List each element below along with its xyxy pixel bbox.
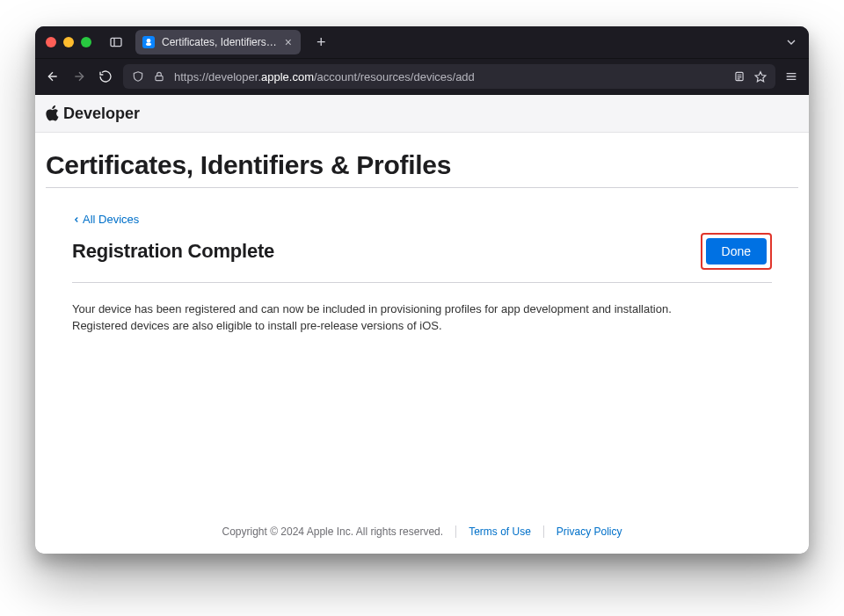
page-viewport: Developer Certificates, Identifiers & Pr… (35, 95, 809, 554)
divider (72, 282, 772, 283)
developer-label: Developer (63, 105, 140, 123)
window-minimize-button[interactable] (63, 37, 74, 47)
svg-rect-0 (111, 38, 121, 46)
tabs-dropdown-icon[interactable] (784, 35, 798, 49)
lock-icon[interactable] (153, 70, 165, 83)
footer-divider (455, 525, 456, 538)
nav-forward-icon (72, 69, 86, 83)
sidebar-toggle-icon[interactable] (109, 35, 123, 49)
svg-rect-3 (146, 43, 151, 47)
apple-logo-icon (46, 105, 60, 121)
nav-back-icon[interactable] (46, 69, 60, 83)
svg-marker-11 (755, 72, 766, 82)
nav-reload-icon[interactable] (98, 69, 113, 83)
app-menu-icon[interactable] (784, 69, 798, 83)
page-subtitle: Registration Complete (72, 240, 274, 263)
bookmark-star-icon[interactable] (754, 70, 767, 83)
shield-icon[interactable] (132, 70, 144, 83)
browser-tab-active[interactable]: Certificates, Identifiers & Profiles × (135, 30, 301, 54)
url-bar[interactable]: https://developer.apple.com/account/reso… (123, 64, 775, 89)
url-prefix: https://developer. (174, 70, 261, 83)
svg-point-2 (147, 39, 151, 43)
page-content: Certificates, Identifiers & Profiles All… (35, 133, 809, 554)
section-title: Certificates, Identifiers & Profiles (46, 150, 798, 180)
done-button-highlight: Done (701, 233, 772, 270)
window-zoom-button[interactable] (81, 37, 91, 47)
back-link-all-devices[interactable]: All Devices (72, 213, 139, 226)
browser-window: Certificates, Identifiers & Profiles × + (35, 26, 809, 554)
page-footer: Copyright © 2024 Apple Inc. All rights r… (46, 515, 798, 554)
window-close-button[interactable] (46, 37, 56, 47)
chevron-left-icon (72, 215, 81, 224)
footer-divider (543, 525, 544, 538)
footer-terms-link[interactable]: Terms of Use (469, 525, 531, 538)
browser-toolbar: https://developer.apple.com/account/reso… (35, 59, 809, 95)
apple-developer-logo[interactable]: Developer (46, 105, 140, 123)
tab-strip: Certificates, Identifiers & Profiles × + (35, 26, 809, 59)
tab-close-icon[interactable]: × (285, 36, 292, 48)
done-button[interactable]: Done (706, 238, 767, 265)
url-text: https://developer.apple.com/account/reso… (174, 70, 724, 83)
tab-favicon-icon (142, 36, 155, 48)
footer-privacy-link[interactable]: Privacy Policy (557, 525, 622, 538)
window-controls (46, 37, 91, 47)
url-host: apple.com (261, 70, 314, 83)
new-tab-button[interactable]: + (313, 34, 330, 50)
tab-title: Certificates, Identifiers & Profiles (162, 36, 278, 48)
svg-rect-6 (156, 76, 163, 80)
url-path: /account/resources/devices/add (314, 70, 475, 83)
registration-body-text: Your device has been registered and can … (72, 301, 705, 335)
developer-header: Developer (35, 95, 809, 133)
footer-copyright: Copyright © 2024 Apple Inc. All rights r… (222, 525, 443, 538)
reader-mode-icon[interactable] (733, 70, 746, 83)
back-link-label: All Devices (83, 213, 139, 226)
